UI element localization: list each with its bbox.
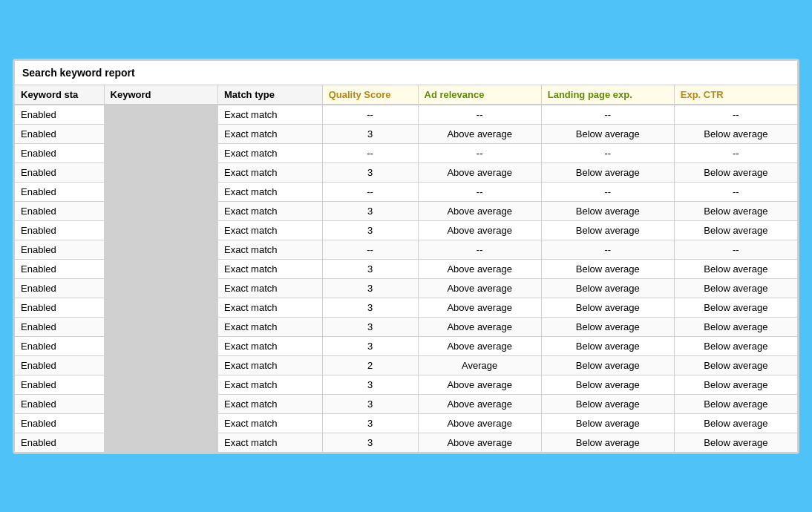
cell-status: Enabled: [15, 317, 105, 336]
cell-ad-relevance: Above average: [418, 220, 541, 240]
cell-match-type: Exact match: [218, 259, 323, 278]
cell-ad-relevance: Above average: [418, 124, 541, 143]
cell-status: Enabled: [15, 394, 105, 413]
cell-match-type: Exact match: [218, 278, 323, 298]
cell-exp-ctr: Below average: [674, 413, 797, 433]
cell-landing-page: Below average: [541, 124, 674, 143]
cell-exp-ctr: Below average: [674, 259, 797, 278]
cell-quality-score: --: [322, 105, 418, 125]
cell-ad-relevance: --: [418, 105, 541, 125]
cell-status: Enabled: [15, 240, 105, 259]
cell-exp-ctr: Below average: [674, 201, 797, 220]
cell-keyword: [104, 433, 217, 452]
table-row: EnabledExact match3Above averageBelow av…: [15, 413, 798, 433]
cell-quality-score: --: [322, 182, 418, 201]
cell-status: Enabled: [15, 259, 105, 278]
cell-exp-ctr: Below average: [674, 220, 797, 240]
table-row: EnabledExact match--------: [15, 105, 798, 125]
cell-match-type: Exact match: [218, 433, 323, 452]
cell-ad-relevance: Above average: [418, 201, 541, 220]
cell-keyword: [104, 413, 217, 433]
cell-match-type: Exact match: [218, 336, 323, 355]
cell-match-type: Exact match: [218, 201, 323, 220]
cell-ad-relevance: Average: [418, 355, 541, 375]
cell-quality-score: 3: [322, 201, 418, 220]
table-row: EnabledExact match3Above averageBelow av…: [15, 220, 798, 240]
cell-keyword: [104, 105, 217, 125]
cell-keyword: [104, 317, 217, 336]
cell-quality-score: 3: [322, 336, 418, 355]
cell-ad-relevance: Above average: [418, 163, 541, 182]
cell-keyword: [104, 278, 217, 298]
cell-status: Enabled: [15, 220, 105, 240]
cell-landing-page: --: [541, 105, 674, 125]
cell-ad-relevance: --: [418, 240, 541, 259]
cell-match-type: Exact match: [218, 220, 323, 240]
cell-exp-ctr: Below average: [674, 317, 797, 336]
table-row: EnabledExact match3Above averageBelow av…: [15, 259, 798, 278]
cell-status: Enabled: [15, 143, 105, 163]
cell-landing-page: Below average: [541, 375, 674, 394]
cell-match-type: Exact match: [218, 124, 323, 143]
cell-exp-ctr: --: [674, 105, 797, 125]
cell-landing-page: Below average: [541, 163, 674, 182]
cell-quality-score: 3: [322, 220, 418, 240]
cell-landing-page: Below average: [541, 394, 674, 413]
cell-landing-page: Below average: [541, 278, 674, 298]
cell-quality-score: --: [322, 143, 418, 163]
cell-match-type: Exact match: [218, 143, 323, 163]
cell-ad-relevance: Above average: [418, 336, 541, 355]
cell-quality-score: 2: [322, 355, 418, 375]
cell-status: Enabled: [15, 105, 105, 125]
cell-quality-score: --: [322, 240, 418, 259]
cell-landing-page: Below average: [541, 336, 674, 355]
col-header-ad-relevance: Ad relevance: [418, 85, 541, 105]
cell-keyword: [104, 298, 217, 317]
col-header-match-type: Match type: [218, 85, 323, 105]
cell-status: Enabled: [15, 375, 105, 394]
cell-landing-page: Below average: [541, 220, 674, 240]
cell-status: Enabled: [15, 336, 105, 355]
cell-match-type: Exact match: [218, 413, 323, 433]
table-row: EnabledExact match3Above averageBelow av…: [15, 298, 798, 317]
cell-ad-relevance: --: [418, 143, 541, 163]
keyword-report-table: Search keyword report Keyword sta Keywor…: [14, 60, 798, 453]
table-body: EnabledExact match--------EnabledExact m…: [15, 105, 798, 453]
cell-status: Enabled: [15, 413, 105, 433]
cell-keyword: [104, 355, 217, 375]
cell-match-type: Exact match: [218, 182, 323, 201]
cell-exp-ctr: Below average: [674, 298, 797, 317]
cell-landing-page: Below average: [541, 298, 674, 317]
cell-match-type: Exact match: [218, 394, 323, 413]
cell-ad-relevance: Above average: [418, 278, 541, 298]
table-row: EnabledExact match3Above averageBelow av…: [15, 375, 798, 394]
cell-ad-relevance: Above average: [418, 394, 541, 413]
cell-ad-relevance: Above average: [418, 259, 541, 278]
cell-quality-score: 3: [322, 317, 418, 336]
table-row: EnabledExact match3Above averageBelow av…: [15, 317, 798, 336]
cell-match-type: Exact match: [218, 163, 323, 182]
header-row: Keyword sta Keyword Match type Quality S…: [15, 85, 798, 105]
cell-exp-ctr: Below average: [674, 394, 797, 413]
cell-exp-ctr: Below average: [674, 163, 797, 182]
cell-status: Enabled: [15, 182, 105, 201]
cell-landing-page: Below average: [541, 259, 674, 278]
cell-match-type: Exact match: [218, 355, 323, 375]
cell-match-type: Exact match: [218, 240, 323, 259]
cell-quality-score: 3: [322, 259, 418, 278]
cell-quality-score: 3: [322, 124, 418, 143]
cell-ad-relevance: Above average: [418, 317, 541, 336]
table-row: EnabledExact match3Above averageBelow av…: [15, 394, 798, 413]
col-header-landing-page: Landing page exp.: [541, 85, 674, 105]
table-row: EnabledExact match3Above averageBelow av…: [15, 433, 798, 452]
table-row: EnabledExact match2AverageBelow averageB…: [15, 355, 798, 375]
cell-exp-ctr: Below average: [674, 278, 797, 298]
cell-landing-page: Below average: [541, 413, 674, 433]
report-container: Search keyword report Keyword sta Keywor…: [13, 59, 799, 454]
cell-exp-ctr: --: [674, 143, 797, 163]
table-row: EnabledExact match3Above averageBelow av…: [15, 336, 798, 355]
cell-status: Enabled: [15, 163, 105, 182]
cell-quality-score: 3: [322, 163, 418, 182]
table-row: EnabledExact match3Above averageBelow av…: [15, 201, 798, 220]
cell-landing-page: Below average: [541, 317, 674, 336]
